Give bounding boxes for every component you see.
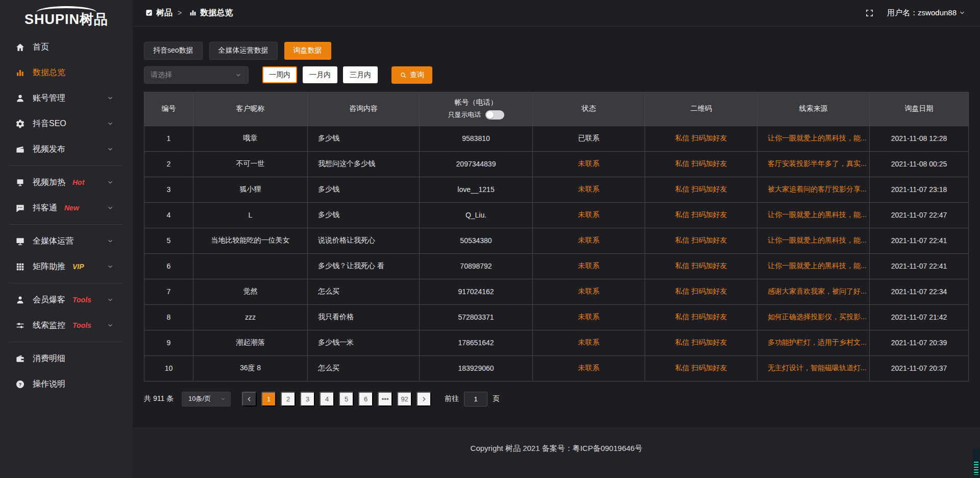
tab-全媒体运营数据[interactable]: 全媒体运营数据 bbox=[209, 42, 278, 60]
cell-source[interactable]: 感谢大家喜欢我家，被问了好... bbox=[757, 279, 870, 305]
cell-source[interactable]: 让你一眼就爱上的黑科技，能... bbox=[757, 254, 870, 279]
cell-source[interactable]: 被大家追着问的客厅投影分享... bbox=[757, 177, 870, 203]
breadcrumb-app[interactable]: 树品 bbox=[156, 8, 173, 18]
sidebar-item-expense[interactable]: 消费明细 bbox=[0, 346, 133, 371]
pagination-page-4[interactable]: 4 bbox=[320, 392, 334, 407]
pagination-page-1[interactable]: 1 bbox=[261, 392, 276, 407]
sidebar-divider bbox=[9, 165, 124, 166]
cell-qr-links[interactable]: 私信 扫码加好友 bbox=[645, 279, 757, 305]
cell-qr-links[interactable]: 私信 扫码加好友 bbox=[645, 177, 757, 203]
cell-qr-links[interactable]: 私信 扫码加好友 bbox=[645, 330, 757, 356]
sidebar-item-label: 数据总览 bbox=[33, 67, 65, 78]
search-button[interactable]: 查询 bbox=[391, 66, 432, 84]
sidebar: SHUPIN树品 首页数据总览账号管理抖音SEO视频发布视频加热Hot抖客通Ne… bbox=[0, 0, 133, 478]
range-button-一月内[interactable]: 一月内 bbox=[303, 66, 337, 83]
column-header-客户昵称: 客户昵称 bbox=[193, 92, 308, 126]
range-button-三月内[interactable]: 三月内 bbox=[343, 66, 378, 83]
fullscreen-icon[interactable] bbox=[865, 9, 874, 17]
page-size-select[interactable]: 10条/页 bbox=[182, 392, 231, 407]
cell-content: 多少钱？让我死心 看 bbox=[308, 254, 420, 279]
table-row: 7觉然怎么买917024162未联系私信 扫码加好友感谢大家喜欢我家，被问了好.… bbox=[144, 279, 968, 305]
column-header-label: 询盘日期 bbox=[905, 104, 934, 113]
sidebar-item-publish[interactable]: 视频发布 bbox=[0, 136, 133, 162]
pagination-prev-button[interactable] bbox=[242, 392, 257, 407]
sidebar-item-manual[interactable]: ?操作说明 bbox=[0, 371, 133, 397]
table-row: 5当地比较能吃的一位美女说说价格让我死心50534380未联系私信 扫码加好友让… bbox=[144, 228, 968, 254]
cell-date: 2021-11-08 12:28 bbox=[870, 126, 968, 152]
pagination-page-5[interactable]: 5 bbox=[339, 392, 354, 407]
cell-account: 183929060 bbox=[420, 356, 533, 381]
sliders-icon bbox=[15, 321, 25, 330]
column-header-label: 帐号（电话） bbox=[455, 98, 498, 107]
inquiry-table: 编号客户昵称咨询内容帐号（电话）只显示电话状态二维码线索来源询盘日期 1哦章多少… bbox=[144, 92, 969, 381]
corner-widget bbox=[973, 448, 979, 477]
sidebar-item-seo[interactable]: 抖音SEO bbox=[0, 111, 133, 136]
sidebar-item-member[interactable]: 会员爆客Tools bbox=[0, 287, 133, 313]
sidebar-item-heat[interactable]: 视频加热Hot bbox=[0, 170, 133, 195]
cell-id: 9 bbox=[144, 330, 193, 356]
sidebar-item-overview[interactable]: 数据总览 bbox=[0, 60, 133, 85]
breadcrumb-app-icon bbox=[145, 9, 153, 17]
cell-content: 多少钱 bbox=[308, 177, 420, 203]
cell-source[interactable]: 让你一眼就爱上的黑科技，能... bbox=[757, 228, 870, 254]
tab-抖音seo数据[interactable]: 抖音seo数据 bbox=[144, 42, 203, 60]
sidebar-item-douketong[interactable]: 抖客通New bbox=[0, 195, 133, 221]
breadcrumb-separator: > bbox=[178, 9, 182, 17]
cell-qr-links[interactable]: 私信 扫码加好友 bbox=[645, 228, 757, 254]
pagination-page-6[interactable]: 6 bbox=[358, 392, 373, 407]
cell-qr-links[interactable]: 私信 扫码加好友 bbox=[645, 254, 757, 279]
page-size-value: 10条/页 bbox=[188, 394, 211, 403]
cell-source[interactable]: 无主灯设计，智能磁吸轨道灯... bbox=[757, 356, 870, 381]
table-row: 2不可一世我想问这个多少钱2097344839未联系私信 扫码加好友客厅安装投影… bbox=[144, 152, 968, 177]
cell-date: 2021-11-07 20:39 bbox=[870, 330, 968, 356]
tab-询盘数据[interactable]: 询盘数据 bbox=[284, 42, 331, 60]
pagination-ellipsis[interactable]: ••• bbox=[378, 392, 393, 407]
sidebar-item-media[interactable]: 全媒体运营 bbox=[0, 228, 133, 254]
chat-icon bbox=[15, 203, 25, 213]
phone-only-toggle[interactable] bbox=[485, 110, 504, 119]
cell-qr-links[interactable]: 私信 扫码加好友 bbox=[645, 203, 757, 228]
date-range-buttons: 一周内一月内三月内 bbox=[262, 66, 378, 83]
cell-source[interactable]: 如何正确选择投影仪，买投影... bbox=[757, 305, 870, 330]
range-button-一周内[interactable]: 一周内 bbox=[262, 66, 297, 83]
help-icon: ? bbox=[15, 379, 25, 389]
cell-source[interactable]: 多功能护栏灯，适用于乡村文... bbox=[757, 330, 870, 356]
chevron-down-icon bbox=[107, 204, 114, 211]
sidebar-item-clue[interactable]: 线索监控Tools bbox=[0, 313, 133, 338]
cell-id: 8 bbox=[144, 305, 193, 330]
chevron-down-icon bbox=[107, 322, 114, 329]
sidebar-item-label: 视频发布 bbox=[33, 144, 65, 155]
cell-status: 未联系 bbox=[533, 152, 645, 177]
cell-status: 未联系 bbox=[533, 228, 645, 254]
cell-source[interactable]: 让你一眼就爱上的黑科技，能... bbox=[757, 203, 870, 228]
pagination-next-button[interactable] bbox=[416, 392, 431, 407]
sidebar-divider bbox=[9, 224, 124, 225]
cell-qr-links[interactable]: 私信 扫码加好友 bbox=[645, 152, 757, 177]
sidebar-item-home[interactable]: 首页 bbox=[0, 34, 133, 60]
cell-qr-links[interactable]: 私信 扫码加好友 bbox=[645, 356, 757, 381]
sidebar-item-label: 抖音SEO bbox=[33, 118, 66, 129]
screen-icon bbox=[15, 178, 25, 187]
filter-select[interactable]: 请选择 bbox=[144, 66, 249, 84]
sidebar-item-matrix[interactable]: 矩阵助推VIP bbox=[0, 254, 133, 279]
cell-content: 我想问这个多少钱 bbox=[308, 152, 420, 177]
cell-qr-links[interactable]: 私信 扫码加好友 bbox=[645, 126, 757, 152]
pagination-page-92[interactable]: 92 bbox=[397, 392, 412, 407]
chevron-down-icon bbox=[107, 94, 114, 102]
cell-status: 已联系 bbox=[533, 126, 645, 152]
cell-account: 50534380 bbox=[420, 228, 533, 254]
user-menu[interactable]: 用户名：zswodun88 bbox=[887, 8, 966, 18]
column-header-label: 咨询内容 bbox=[349, 104, 378, 113]
sidebar-menu: 首页数据总览账号管理抖音SEO视频发布视频加热Hot抖客通New全媒体运营矩阵助… bbox=[0, 29, 133, 397]
goto-page-input[interactable] bbox=[464, 392, 487, 407]
cell-qr-links[interactable]: 私信 扫码加好友 bbox=[645, 305, 757, 330]
table-row: 8zzz我只看价格572803371未联系私信 扫码加好友如何正确选择投影仪，买… bbox=[144, 305, 968, 330]
breadcrumb-page[interactable]: 数据总览 bbox=[200, 8, 233, 18]
cell-source[interactable]: 客厅安装投影半年多了，真实... bbox=[757, 152, 870, 177]
pagination-page-3[interactable]: 3 bbox=[300, 392, 315, 407]
page-unit-label: 页 bbox=[493, 394, 500, 403]
phone-toggle-label: 只显示电话 bbox=[448, 110, 481, 119]
sidebar-item-account[interactable]: 账号管理 bbox=[0, 85, 133, 111]
pagination-page-2[interactable]: 2 bbox=[281, 392, 296, 407]
cell-source[interactable]: 让你一眼就爱上的黑科技，能... bbox=[757, 126, 870, 152]
